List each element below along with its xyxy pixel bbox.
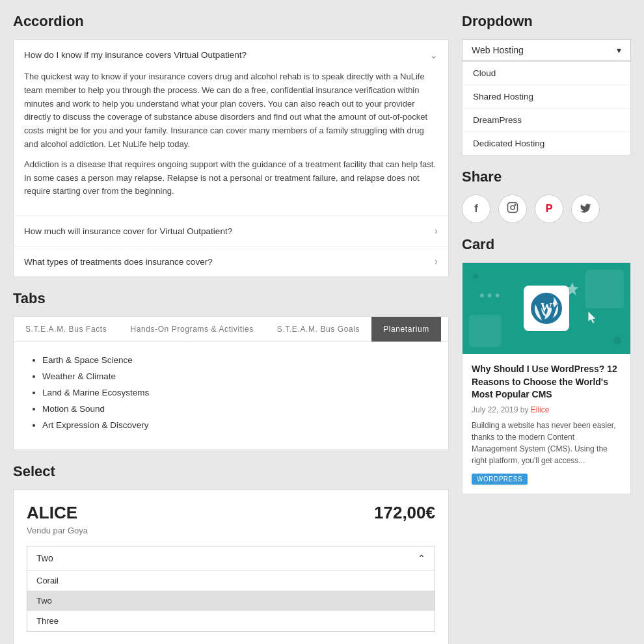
- card-tag: WORDPRESS: [472, 474, 528, 485]
- card-body: Why Should I Use WordPress? 12 Reasons t…: [463, 354, 630, 494]
- dropdown-arrow-icon: ▾: [617, 45, 621, 55]
- accordion-question-1: How do I know if my insurance covers Vir…: [24, 50, 247, 60]
- accordion-item-2: How much will insurance cover for Virtua…: [14, 216, 448, 247]
- chevron-right-icon: ›: [435, 225, 438, 237]
- svg-point-10: [488, 293, 492, 297]
- share-title: Share: [462, 168, 631, 185]
- dropdown-item-dedicated[interactable]: Dedicated Hosting: [463, 132, 630, 155]
- card-title-label: Card: [462, 236, 631, 253]
- pinterest-share-button[interactable]: P: [535, 195, 563, 223]
- accordion-question-2: How much will insurance cover for Virtua…: [24, 226, 232, 236]
- facebook-share-button[interactable]: f: [462, 195, 490, 223]
- instagram-share-button[interactable]: [498, 195, 527, 223]
- select-section: ALICE 172,00€ Vendu par Goya Two ⌃ Corai…: [13, 489, 449, 644]
- card-image: W: [463, 263, 630, 354]
- tab-steam-goals[interactable]: S.T.E.A.M. Bus Goals: [265, 317, 371, 342]
- chevron-up-icon: ⌃: [418, 553, 425, 563]
- select-options: Corail Two Three: [27, 570, 435, 631]
- share-section: f P: [462, 195, 631, 223]
- tab-hands-on[interactable]: Hands-On Programs & Activities: [118, 317, 265, 342]
- pinterest-icon: P: [546, 203, 553, 215]
- svg-point-5: [613, 337, 621, 345]
- instagram-icon: [507, 202, 518, 216]
- accordion-header-1[interactable]: How do I know if my insurance covers Vir…: [14, 40, 448, 70]
- product-name: ALICE: [27, 503, 77, 523]
- list-item: Earth & Space Science: [42, 355, 433, 365]
- svg-rect-7: [469, 315, 502, 347]
- dropdown-item-cloud[interactable]: Cloud: [463, 62, 630, 85]
- accordion-section: How do I know if my insurance covers Vir…: [13, 39, 449, 277]
- card-meta: July 22, 2019 by Ellice: [472, 405, 621, 414]
- twitter-share-button[interactable]: [571, 195, 600, 223]
- list-item: Motion & Sound: [42, 404, 433, 414]
- facebook-icon: f: [474, 203, 477, 215]
- card-description: Building a website has never been easier…: [472, 420, 621, 466]
- accordion-body-para-2: Addiction is a disease that requires ong…: [24, 158, 438, 198]
- vendor-label: Vendu par Goya: [27, 526, 435, 535]
- selected-option-label: Two: [36, 553, 53, 563]
- accordion-item-1: How do I know if my insurance covers Vir…: [14, 40, 448, 216]
- dropdown-item-shared[interactable]: Shared Hosting: [463, 85, 630, 109]
- share-icons: f P: [462, 195, 631, 223]
- select-title: Select: [13, 463, 449, 480]
- svg-point-4: [473, 273, 478, 278]
- svg-rect-6: [585, 269, 624, 308]
- dropdown-item-dreampress[interactable]: DreamPress: [463, 109, 630, 132]
- dropdown-trigger[interactable]: Web Hosting ▾: [462, 39, 631, 61]
- tabs-content: Earth & Space Science Weather & Climate …: [14, 342, 448, 449]
- accordion-item-3: What types of treatments does insurance …: [14, 247, 448, 276]
- card-wp-logo: W: [524, 286, 569, 331]
- svg-point-2: [515, 204, 516, 206]
- product-price: 172,00€: [374, 503, 435, 523]
- svg-point-11: [496, 293, 500, 297]
- dropdown-trigger-label: Web Hosting: [472, 45, 524, 55]
- tab-steam-facts[interactable]: S.T.E.A.M. Bus Facts: [14, 317, 118, 342]
- tabs-section: S.T.E.A.M. Bus Facts Hands-On Programs &…: [13, 316, 449, 450]
- card-post-title: Why Should I Use WordPress? 12 Reasons t…: [472, 363, 621, 401]
- card-author-link[interactable]: Ellice: [531, 405, 550, 414]
- svg-rect-0: [508, 203, 518, 213]
- select-dropdown-wrapper: Two ⌃ Corail Two Three: [27, 546, 435, 632]
- accordion-header-3[interactable]: What types of treatments does insurance …: [14, 247, 448, 276]
- chevron-right-icon-2: ›: [435, 256, 438, 267]
- svg-text:W: W: [541, 301, 552, 314]
- card-by: by: [520, 405, 529, 414]
- dropdown-title: Dropdown: [462, 13, 631, 30]
- accordion-body-1: The quickest way to know if your insuran…: [14, 70, 448, 215]
- accordion-header-2[interactable]: How much will insurance cover for Virtua…: [14, 216, 448, 246]
- svg-point-1: [511, 206, 515, 209]
- select-option-corail[interactable]: Corail: [27, 570, 435, 591]
- dropdown-section: Web Hosting ▾ Cloud Shared Hosting Dream…: [462, 39, 631, 155]
- select-option-two[interactable]: Two: [27, 591, 435, 611]
- accordion-question-3: What types of treatments does insurance …: [24, 257, 213, 267]
- accordion-body-para-1: The quickest way to know if your insuran…: [24, 70, 438, 152]
- list-item: Land & Marine Ecosystems: [42, 388, 433, 397]
- svg-point-9: [480, 293, 484, 297]
- accordion-title: Accordion: [13, 13, 449, 30]
- list-item: Weather & Climate: [42, 371, 433, 381]
- list-item: Art Expression & Discovery: [42, 420, 433, 430]
- select-dropdown-trigger[interactable]: Two ⌃: [27, 546, 435, 570]
- dropdown-menu: Cloud Shared Hosting DreamPress Dedicate…: [462, 61, 631, 155]
- tab-planetarium[interactable]: Planetarium: [371, 317, 441, 342]
- card: W Why Should I Use WordPress? 12 Reasons…: [462, 262, 631, 494]
- twitter-icon: [580, 202, 591, 216]
- select-option-three[interactable]: Three: [27, 611, 435, 631]
- tabs-nav: S.T.E.A.M. Bus Facts Hands-On Programs &…: [14, 317, 448, 342]
- card-date: July 22, 2019: [472, 405, 518, 414]
- planetarium-list: Earth & Space Science Weather & Climate …: [29, 355, 433, 430]
- tabs-title: Tabs: [13, 290, 449, 307]
- chevron-down-icon: ⌄: [429, 49, 438, 61]
